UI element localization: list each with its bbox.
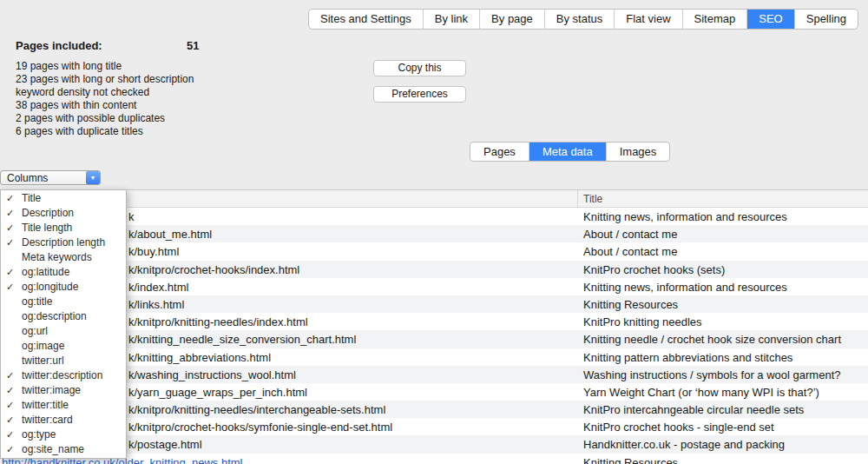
menu-item-og-longitude[interactable]: ✓ og:longitude xyxy=(1,280,126,295)
check-icon: ✓ xyxy=(6,265,14,280)
menu-item-og-url[interactable]: ✓ og:url xyxy=(1,324,126,339)
check-icon: ✓ xyxy=(6,368,14,383)
url-cell: k/knitpro/knitting-needles/interchangeab… xyxy=(128,403,385,416)
table-row[interactable]: k/knitpro/crochet-hooks/symfonie-single-… xyxy=(0,418,868,435)
table-row[interactable]: k/buy.html About / contact me xyxy=(0,242,868,260)
app-window: Sites and Settings By link By page By st… xyxy=(0,0,868,464)
tab-by-link[interactable]: By link xyxy=(424,10,480,29)
check-icon: ✓ xyxy=(6,221,14,235)
title-column-header[interactable]: Title xyxy=(583,193,602,205)
table-row[interactable]: k/links.html Knitting Resources xyxy=(0,295,868,313)
tab-sites-and-settings[interactable]: Sites and Settings xyxy=(309,10,424,29)
table-row[interactable]: k/washing_instructions_wool.html Washing… xyxy=(0,366,868,383)
menu-item-og-type[interactable]: ✓ og:type xyxy=(1,428,126,442)
tab-seo[interactable]: SEO xyxy=(747,10,794,29)
url-cell: k/knitpro/crochet-hooks/index.html xyxy=(128,263,299,276)
column-separator xyxy=(577,190,578,207)
url-link[interactable]: http://handknitter.co.uk/older_knitting_… xyxy=(2,456,243,464)
meta-data-table: Title k Knitting news, information and r… xyxy=(0,189,868,464)
table-row[interactable]: k/postage.html Handknitter.co.uk - posta… xyxy=(0,435,868,453)
columns-dropdown-menu: ✓ Title ✓ Description ✓ Title length ✓ D… xyxy=(0,189,127,459)
menu-item-twitter-title[interactable]: ✓ twitter:title xyxy=(1,398,126,413)
menu-item-og-title[interactable]: ✓ og:title xyxy=(1,295,126,309)
columns-dropdown-button[interactable]: Columns ▼ xyxy=(0,170,101,185)
table-row[interactable]: k/knitting_needle_size_conversion_chart.… xyxy=(0,330,868,348)
url-cell: k/about_me.html xyxy=(128,228,212,241)
url-cell: k/buy.html xyxy=(128,245,179,258)
preferences-button[interactable]: Preferences xyxy=(373,86,466,103)
title-cell: About / contact me xyxy=(583,228,677,241)
menu-item-twitter-url[interactable]: ✓ twitter:url xyxy=(1,354,126,368)
menu-item-label: twitter:url xyxy=(22,355,64,367)
menu-item-label: Title xyxy=(22,192,41,204)
title-cell: Handknitter.co.uk - postage and packing xyxy=(583,438,785,451)
pages-included-label: Pages included: xyxy=(16,39,102,52)
menu-item-og-site-name[interactable]: ✓ og:site_name xyxy=(1,442,126,457)
menu-item-twitter-description[interactable]: ✓ twitter:description xyxy=(1,368,126,383)
data-view-segmented-control: Pages Meta data Images xyxy=(470,142,670,162)
check-icon: ✓ xyxy=(6,428,14,442)
url-cell: k/yarn_guage_wraps_per_inch.html xyxy=(128,386,307,399)
menu-item-og-image[interactable]: ✓ og:image xyxy=(1,339,126,354)
menu-item-label: twitter:description xyxy=(22,369,102,381)
table-row[interactable]: k/yarn_guage_wraps_per_inch.html Yarn We… xyxy=(0,383,868,401)
menu-item-meta-keywords[interactable]: ✓ Meta keywords xyxy=(1,250,126,265)
menu-item-label: Meta keywords xyxy=(22,251,92,263)
stat-keyword-density: keyword density not checked xyxy=(16,86,194,99)
check-icon: ✓ xyxy=(6,413,14,428)
title-cell: Knitting news, information and resources xyxy=(583,210,787,223)
menu-item-twitter-image[interactable]: ✓ twitter:image xyxy=(1,383,126,398)
menu-item-description-length[interactable]: ✓ Description length xyxy=(1,235,126,250)
url-cell: k/knitpro/knitting-needles/index.html xyxy=(128,315,308,328)
copy-this-button[interactable]: Copy this xyxy=(373,60,466,76)
table-row[interactable]: k/knitpro/knitting-needles/interchangeab… xyxy=(0,401,868,418)
title-cell: Knitting Resources xyxy=(583,298,678,311)
check-icon: ✓ xyxy=(6,235,14,250)
tab-by-page[interactable]: By page xyxy=(480,10,545,29)
dropdown-arrow-icon: ▼ xyxy=(86,171,100,184)
menu-item-title-length[interactable]: ✓ Title length xyxy=(1,221,126,235)
stat-duplicate-titles: 6 pages with duplicate titles xyxy=(16,125,194,138)
stat-long-title: 19 pages with long title xyxy=(16,60,194,73)
menu-item-label: og:image xyxy=(22,340,64,352)
segment-meta-data[interactable]: Meta data xyxy=(529,143,607,161)
check-icon: ✓ xyxy=(6,191,14,206)
menu-item-label: Description xyxy=(22,207,74,219)
title-cell: KnitPro crochet hooks (sets) xyxy=(583,263,725,276)
title-cell: Knitting Resources xyxy=(583,456,678,464)
menu-item-label: og:title xyxy=(22,295,52,308)
menu-item-label: twitter:card xyxy=(22,414,73,426)
table-row[interactable]: k/knitting_abbreviations.html Knitting p… xyxy=(0,348,868,366)
check-icon: ✓ xyxy=(6,442,14,457)
menu-item-title[interactable]: ✓ Title xyxy=(1,191,126,206)
title-cell: Knitting pattern abbreviations and stitc… xyxy=(583,351,792,364)
table-row[interactable]: k/knitpro/knitting-needles/index.html Kn… xyxy=(0,313,868,330)
table-row[interactable]: k/about_me.html About / contact me xyxy=(0,225,868,242)
menu-item-label: twitter:title xyxy=(22,399,69,411)
table-row[interactable]: http://handknitter.co.uk/older_knitting_… xyxy=(0,454,868,464)
menu-item-label: og:site_name xyxy=(22,443,84,455)
table-row[interactable]: k/knitpro/crochet-hooks/index.html KnitP… xyxy=(0,261,868,278)
segment-images[interactable]: Images xyxy=(607,143,670,161)
tab-spelling[interactable]: Spelling xyxy=(795,10,858,29)
menu-item-og-latitude[interactable]: ✓ og:latitude xyxy=(1,265,126,280)
title-cell: KnitPro intercahngeable circular needle … xyxy=(583,403,804,416)
tab-by-status[interactable]: By status xyxy=(545,10,615,29)
url-cell: k/postage.html xyxy=(128,438,202,451)
menu-item-label: Description length xyxy=(22,236,105,249)
url-cell: k/knitting_abbreviations.html xyxy=(128,351,271,364)
stat-description-length: 23 pages with long or short description xyxy=(16,73,194,86)
tab-flat-view[interactable]: Flat view xyxy=(615,10,682,29)
menu-item-twitter-card[interactable]: ✓ twitter:card xyxy=(1,413,126,428)
table-row[interactable]: k Knitting news, information and resourc… xyxy=(0,208,868,225)
menu-item-og-description[interactable]: ✓ og:description xyxy=(1,309,126,324)
menu-item-description[interactable]: ✓ Description xyxy=(1,206,126,221)
tab-sitemap[interactable]: Sitemap xyxy=(683,10,748,29)
url-cell: k/knitting_needle_size_conversion_chart.… xyxy=(128,333,356,346)
title-cell: About / contact me xyxy=(583,245,677,258)
table-row[interactable]: k/index.html Knitting news, information … xyxy=(0,278,868,295)
columns-button-label: Columns xyxy=(1,172,86,184)
title-cell: KnitPro knitting needles xyxy=(583,315,702,328)
menu-item-label: twitter:image xyxy=(22,384,81,396)
segment-pages[interactable]: Pages xyxy=(470,143,529,161)
